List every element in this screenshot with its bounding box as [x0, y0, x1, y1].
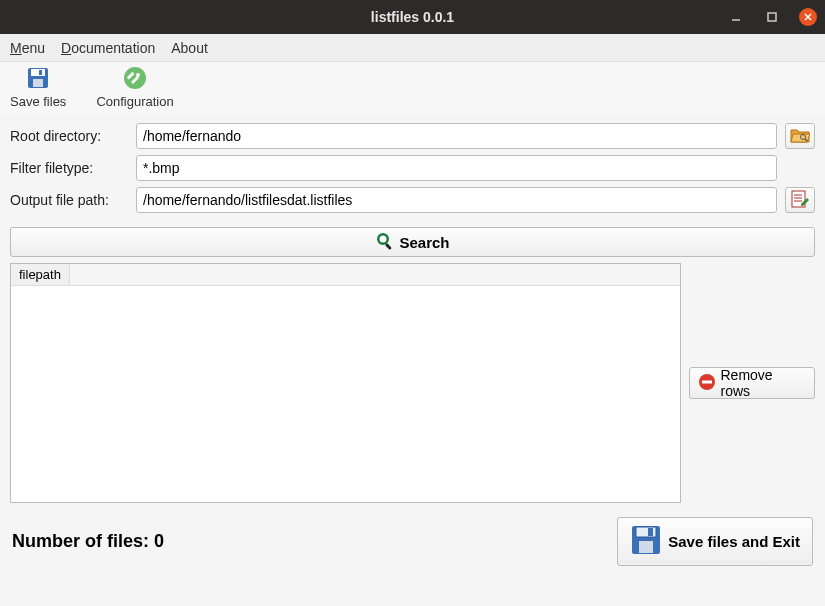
- svg-point-19: [380, 235, 387, 242]
- save-files-label: Save files: [10, 94, 66, 109]
- filter-filetype-label: Filter filetype:: [10, 160, 128, 176]
- output-path-row: Output file path:: [10, 187, 815, 213]
- toolbar: Save files Configuration: [0, 62, 825, 115]
- svg-rect-7: [39, 70, 42, 75]
- results-table[interactable]: filepath: [10, 263, 681, 503]
- window-controls: [727, 8, 817, 26]
- floppy-icon: [26, 66, 50, 90]
- close-icon[interactable]: [799, 8, 817, 26]
- output-path-label: Output file path:: [10, 192, 128, 208]
- folder-open-icon: [790, 127, 810, 146]
- edit-file-icon: [790, 190, 810, 211]
- file-count-label: Number of files: 0: [12, 531, 164, 552]
- table-header: filepath: [11, 264, 680, 286]
- browse-folder-button[interactable]: [785, 123, 815, 149]
- svg-point-17: [801, 204, 803, 206]
- window-title: listfiles 0.0.1: [371, 9, 454, 25]
- svg-rect-26: [648, 528, 653, 536]
- search-label: Search: [399, 234, 449, 251]
- svg-rect-1: [768, 13, 776, 21]
- edit-output-button[interactable]: [785, 187, 815, 213]
- root-directory-input[interactable]: [136, 123, 777, 149]
- save-and-exit-label: Save files and Exit: [668, 533, 800, 550]
- tools-icon: [123, 66, 147, 90]
- save-files-button[interactable]: Save files: [10, 66, 66, 109]
- footer: Number of files: 0 Save files and Exit: [0, 503, 825, 580]
- svg-rect-25: [639, 541, 653, 553]
- svg-rect-5: [31, 69, 45, 76]
- svg-rect-6: [33, 79, 43, 87]
- remove-rows-label: Remove rows: [720, 367, 806, 399]
- filter-filetype-row: Filter filetype:: [10, 155, 815, 181]
- remove-icon: [698, 373, 716, 394]
- content-row: filepath Remove rows: [0, 263, 825, 503]
- svg-rect-22: [702, 380, 712, 383]
- column-filepath[interactable]: filepath: [11, 264, 70, 285]
- titlebar: listfiles 0.0.1: [0, 0, 825, 34]
- menu-about[interactable]: About: [171, 40, 208, 56]
- menubar: Menu Documentation About: [0, 34, 825, 62]
- root-directory-label: Root directory:: [10, 128, 128, 144]
- menu-documentation[interactable]: Documentation: [61, 40, 155, 56]
- floppy-large-icon: [630, 524, 662, 559]
- filter-filetype-input[interactable]: [136, 155, 777, 181]
- svg-rect-20: [385, 243, 392, 250]
- svg-point-9: [136, 73, 140, 77]
- search-icon: [375, 231, 395, 254]
- configuration-label: Configuration: [96, 94, 173, 109]
- search-button[interactable]: Search: [10, 227, 815, 257]
- menu-menu[interactable]: Menu: [10, 40, 45, 56]
- form-area: Root directory: Filter filetype: Output …: [0, 115, 825, 223]
- save-and-exit-button[interactable]: Save files and Exit: [617, 517, 813, 566]
- maximize-icon[interactable]: [763, 8, 781, 26]
- output-path-input[interactable]: [136, 187, 777, 213]
- minimize-icon[interactable]: [727, 8, 745, 26]
- configuration-button[interactable]: Configuration: [96, 66, 173, 109]
- root-directory-row: Root directory:: [10, 123, 815, 149]
- remove-rows-button[interactable]: Remove rows: [689, 367, 815, 399]
